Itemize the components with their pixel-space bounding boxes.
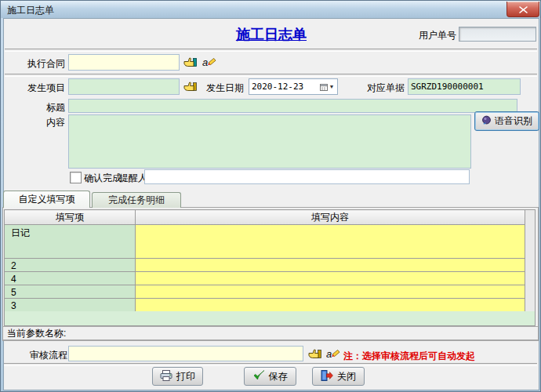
table-row: 2: [5, 259, 525, 272]
close-button-label: 关闭: [337, 370, 356, 383]
project-input[interactable]: [68, 78, 180, 95]
tab-custom-fields-label: 自定义填写项: [19, 194, 75, 205]
date-field: ▼: [249, 78, 338, 95]
contract-edit-pencil-icon[interactable]: a: [202, 56, 217, 68]
contract-input[interactable]: [68, 54, 180, 71]
table-scrollbar-track: [525, 209, 536, 312]
window-title: 施工日志单: [7, 4, 54, 17]
row-content-cell[interactable]: [136, 225, 525, 259]
approval-flow-input[interactable]: [68, 346, 303, 361]
table-row: 日记: [5, 225, 525, 259]
separator: [5, 74, 537, 77]
svg-text:a: a: [326, 348, 332, 360]
close-x-icon: [519, 2, 528, 16]
date-input[interactable]: [249, 80, 317, 93]
approval-select-hand-icon[interactable]: [308, 347, 321, 360]
contract-label: 执行合同: [27, 58, 65, 69]
approval-flow-label: 审核流程: [30, 350, 67, 361]
print-button[interactable]: 打印: [152, 367, 203, 386]
calendar-dropdown-icon[interactable]: ▼: [317, 79, 337, 94]
voice-recognition-button[interactable]: 语音识别: [474, 111, 539, 131]
reminder-input[interactable]: [144, 169, 470, 184]
title-label: 标题: [46, 102, 65, 113]
close-button[interactable]: 关闭: [312, 367, 365, 386]
date-label: 发生日期: [206, 82, 244, 93]
doc-no-label: 对应单据: [367, 82, 405, 93]
separator: [4, 363, 537, 366]
current-param-statusbar: 当前参数名称:: [3, 326, 538, 340]
project-label: 发生项目: [27, 82, 65, 93]
row-content-cell[interactable]: [136, 299, 525, 312]
doc-no-field[interactable]: [408, 78, 521, 95]
window-close-button[interactable]: [507, 2, 539, 17]
table-row: 5: [5, 285, 525, 299]
table-row: 4: [5, 272, 525, 285]
tab-custom-fields[interactable]: 自定义填写项: [3, 191, 90, 208]
save-button-label: 保存: [269, 370, 288, 383]
column-header-content: 填写内容: [136, 210, 525, 225]
approval-note: 注：选择审核流程后可自动发起: [343, 350, 475, 363]
confirm-complete-label: 确认完成: [84, 172, 122, 183]
user-no-field[interactable]: [459, 27, 536, 42]
approval-edit-pencil-icon[interactable]: a: [326, 347, 341, 360]
separator: [5, 49, 537, 52]
form-title: 施工日志单: [193, 25, 350, 44]
window-titlebar[interactable]: 施工日志单: [1, 1, 540, 18]
row-content-cell[interactable]: [136, 259, 525, 272]
svg-text:a: a: [202, 56, 208, 68]
row-item-cell: 日记: [5, 225, 136, 259]
table-row: 3: [5, 299, 525, 312]
custom-fields-table: 填写项 填写内容 日记 2 4 5 3: [4, 209, 525, 312]
app-window: 施工日志单 施工日志单 用户单号 执行合同 a 发生项目 发生日期 ▼ 对应单据…: [0, 0, 541, 392]
printer-icon: [160, 370, 172, 383]
row-item-cell: 2: [5, 259, 136, 272]
row-item-cell: 3: [5, 299, 136, 312]
tab-task-detail[interactable]: 完成任务明细: [92, 192, 181, 208]
save-button[interactable]: 保存: [244, 367, 296, 386]
row-content-cell[interactable]: [136, 285, 525, 299]
content-textarea[interactable]: [68, 114, 471, 169]
voice-sphere-icon: [481, 115, 492, 128]
user-no-label: 用户单号: [419, 30, 456, 41]
confirm-complete-checkbox[interactable]: [70, 172, 82, 183]
tab-task-detail-label: 完成任务明细: [108, 194, 165, 205]
title-input[interactable]: [68, 99, 517, 113]
project-select-hand-icon[interactable]: [183, 80, 197, 93]
contract-select-hand-icon[interactable]: [183, 56, 197, 68]
column-header-item: 填写项: [5, 210, 136, 225]
row-item-cell: 4: [5, 272, 136, 285]
voice-recognition-label: 语音识别: [495, 114, 532, 128]
print-button-label: 打印: [176, 370, 195, 383]
exit-door-icon: [321, 370, 333, 383]
row-content-cell[interactable]: [136, 272, 525, 285]
table-header-row: 填写项 填写内容: [5, 210, 525, 225]
reminder-label: 提醒人: [119, 172, 147, 183]
table-empty-area: [4, 311, 536, 326]
green-check-icon: [253, 370, 265, 383]
current-param-label: 当前参数名称:: [7, 328, 66, 339]
content-label: 内容: [46, 117, 65, 128]
row-item-cell: 5: [5, 285, 136, 299]
